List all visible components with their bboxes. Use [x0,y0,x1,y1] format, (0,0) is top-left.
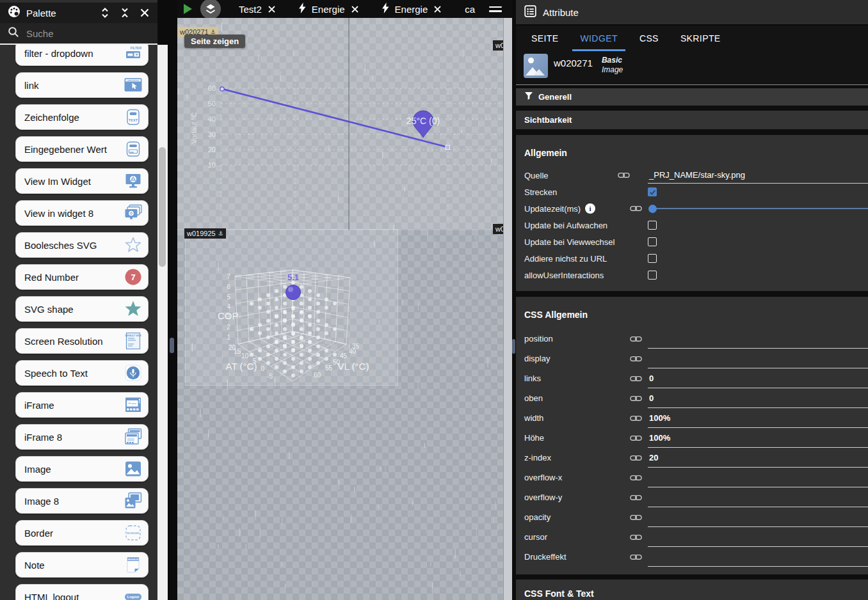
close-icon[interactable] [140,8,150,18]
attributes-tab-skripte[interactable]: SKRIPTE [673,33,728,51]
palette-item-html-logout[interactable]: HTML logoutLogout [15,584,149,600]
play-button[interactable] [184,4,192,14]
field-z-index[interactable]: 20 [648,448,868,468]
field-position[interactable] [648,329,868,349]
link-binding-icon[interactable] [630,434,642,442]
field-quelle[interactable]: _PRJ_NAME/star-sky.png [648,167,868,184]
slider-updatezeit-ms[interactable] [648,200,868,217]
field-h-he[interactable]: 100% [648,428,868,448]
tab-close-icon[interactable] [433,5,442,13]
logout-icon: Logout [124,588,143,600]
chart3d-widget-chip[interactable]: w019925 ⚓ [184,228,226,239]
attributes-tab-seite[interactable]: SEITE [524,33,566,51]
field-cursor[interactable] [648,527,868,547]
info-icon[interactable]: i [585,203,595,214]
field-druckeffekt[interactable] [648,547,868,567]
palette-item-zeichenfolge[interactable]: ZeichenfolgeTEXT [15,104,149,130]
field-links[interactable]: 0 [648,368,868,388]
canvas-tab-label: ca [465,4,475,15]
link-binding-icon[interactable] [630,355,642,363]
link-slot [618,514,648,521]
note-icon: MESSAGE [124,556,143,574]
collapse-icon[interactable] [120,6,130,19]
checkbox-addiere-nichst-zu-url[interactable] [648,254,657,263]
link-binding-icon[interactable] [630,205,642,212]
palette-scrollbar-thumb[interactable] [159,147,166,267]
generell-filter-bar[interactable]: Generell [516,88,868,106]
link-slot [618,454,648,462]
palette-item-boolesches-svg[interactable]: Boolesches SVG [15,232,149,258]
edge-widget-chip[interactable]: w0 [493,40,503,51]
palette-item-label: Boolesches SVG [24,240,124,251]
checkbox-update-bei-aufwachen[interactable] [648,221,657,230]
palette-item-eingegebener-wert[interactable]: Eingegebener Wert [15,136,149,162]
field-overflow-x[interactable] [648,468,868,487]
palette-item-view-in-widget-8[interactable]: View in widget 8 [15,200,149,226]
palette-item-image-8[interactable]: Image 8 [15,488,149,514]
palette-item-label: filter - dropdown [24,48,124,59]
attributes-tab-css[interactable]: CSS [632,33,666,51]
palette-item-note[interactable]: NoteMESSAGE [15,552,149,578]
link-binding-icon[interactable] [630,395,642,402]
divider-left [168,0,177,600]
palette-item-label: Zeichenfolge [24,112,124,123]
section-css-allgemein: CSS Allgemein positiondisplaylinks0oben0… [516,297,868,574]
palette-scrollbar-track[interactable] [157,45,168,600]
field-display[interactable] [648,349,868,368]
link-binding-icon[interactable] [630,533,642,541]
link-binding-icon[interactable] [630,474,642,482]
edge-widget-chip[interactable]: w0 [493,224,503,234]
chart3d-widget-region[interactable] [185,229,398,386]
canvas-scrollbar[interactable] [503,18,512,600]
divider-left-handle[interactable] [170,338,174,353]
palette-item-speech-to-text[interactable]: Speech to Text [15,360,149,386]
palette-item-label: Note [24,560,124,571]
palette-item-iframe[interactable]: iFrameiFrame [15,392,149,418]
canvas-tab-ca-3[interactable]: ca [465,4,475,15]
link-binding-icon[interactable] [630,494,642,501]
canvas-stage[interactable]: 605040302010Vorlauf °C25°C (0) 5.1765432… [177,18,503,600]
palette-item-screen-resolution[interactable]: Screen ResolutionDEFAULT VIEW [15,328,149,354]
link-binding-icon[interactable] [630,454,642,462]
canvas-tab-energie-1[interactable]: Energie [299,3,359,16]
search-input[interactable] [25,28,155,40]
link-binding-icon[interactable] [630,414,642,422]
palette-item-image[interactable]: Image [15,456,149,482]
attr-row-update-bei-viewwechsel: Update bei Viewwechsel [516,233,868,250]
chart3d-widget-chip-label: w019925 [187,229,216,238]
line-chart-widget-region[interactable] [177,18,503,230]
palette-item-svg-shape[interactable]: SVG shape [15,296,149,322]
layers-button[interactable] [200,0,221,19]
canvas-tab-test2-0[interactable]: Test2 [239,4,276,15]
tab-close-icon[interactable] [351,5,359,13]
canvas-tabbar: Test2EnergieEnergieca [177,0,512,18]
palette-item-border[interactable]: BorderBORDER [15,520,149,546]
divider-right-handle[interactable] [512,339,515,354]
canvas-tab-energie-2[interactable]: Energie [382,3,442,16]
field-oben[interactable]: 0 [648,388,868,408]
link-slot [618,355,648,363]
checkbox-update-bei-viewwechsel[interactable] [648,237,657,246]
slider-knob[interactable] [648,205,657,213]
attributes-tab-widget[interactable]: WIDGET [572,33,625,51]
palette-item-view-im-widget[interactable]: View Im Widget [15,168,149,194]
field-overflow-y[interactable] [648,487,868,507]
link-binding-icon[interactable] [630,514,642,521]
link-binding-icon[interactable] [630,335,642,343]
link-binding-icon[interactable] [630,553,642,561]
palette-item-red-number[interactable]: Red Number7 [15,264,149,290]
field-width[interactable]: 100% [648,408,868,428]
checkbox-allowuserinteractions[interactable] [648,271,657,280]
link-binding-icon[interactable] [618,171,630,179]
field-opacity[interactable] [648,507,868,527]
link-slot [618,494,648,501]
tab-menu-icon[interactable] [489,6,502,12]
expand-vertical-icon[interactable] [100,6,110,19]
checkbox-strecken[interactable] [648,187,657,196]
link-binding-icon[interactable] [630,375,642,383]
palette-item-iframe-8[interactable]: iFrame 8 [15,424,149,450]
tab-close-icon[interactable] [268,5,276,13]
sichtbarkeit-bar[interactable]: Sichtbarkeit [516,111,868,129]
palette-item-link[interactable]: linkwww.link.net [15,72,149,98]
image-widget-icon [524,54,548,78]
